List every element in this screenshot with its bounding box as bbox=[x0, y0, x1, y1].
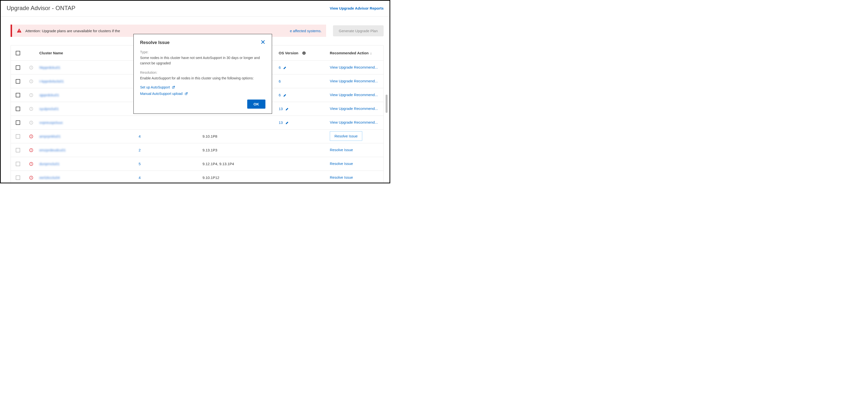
row-checkbox[interactable] bbox=[16, 79, 20, 84]
view-upgrade-recommendation-link[interactable]: View Upgrade Recommend... bbox=[330, 106, 378, 111]
row-checkbox[interactable] bbox=[16, 120, 20, 125]
cluster-name[interactable]: sjpprdcku01 bbox=[39, 93, 59, 97]
col-header-recommended-action[interactable]: Recommended Action↓ bbox=[330, 51, 383, 55]
table-row: eerlzkcclu0449.10.1P12Resolve Issue bbox=[11, 171, 383, 183]
nodes-count-link[interactable]: 4 bbox=[138, 134, 141, 138]
target-os-version: 6 bbox=[279, 93, 281, 97]
col-header-target-os[interactable]: OS Version bbox=[279, 51, 330, 55]
resolve-issue-link[interactable]: Resolve Issue bbox=[330, 148, 353, 152]
scrollbar-thumb[interactable] bbox=[385, 95, 388, 113]
view-upgrade-recommendation-link[interactable]: View Upgrade Recommend... bbox=[330, 79, 378, 83]
row-checkbox bbox=[16, 134, 20, 138]
cluster-name[interactable]: hkpprdcku01 bbox=[39, 65, 60, 69]
cluster-name[interactable]: dunprnclu01 bbox=[39, 162, 60, 166]
view-reports-link[interactable]: View Upgrade Advisor Reports bbox=[330, 6, 383, 10]
cluster-name[interactable]: emzprdeudcu01 bbox=[39, 148, 66, 152]
alert-gray-icon bbox=[29, 65, 33, 70]
target-os-version: 6 bbox=[279, 65, 281, 69]
edit-pencil-icon[interactable] bbox=[283, 66, 287, 69]
external-link-icon bbox=[172, 86, 175, 89]
current-os-version: 9.10.1P8 bbox=[203, 134, 217, 138]
page-title: Upgrade Advisor - ONTAP bbox=[7, 5, 75, 11]
table-row: emzprdeudcu0129.13.1P3Resolve Issue bbox=[11, 143, 383, 157]
type-text: Some nodes in this cluster have not sent… bbox=[140, 55, 266, 66]
alert-gray-icon bbox=[29, 120, 33, 125]
alert-gray-icon bbox=[29, 93, 33, 97]
ok-button[interactable]: OK bbox=[247, 99, 266, 108]
table-row: amprpnklu0149.10.1P8Resolve Issue bbox=[11, 129, 383, 143]
current-os-version: 9.12.1P4, 9.13.1P4 bbox=[203, 162, 234, 166]
cluster-name[interactable]: syulpnclu01 bbox=[39, 107, 59, 111]
affected-systems-link[interactable]: e affected systems. bbox=[290, 29, 322, 33]
row-checkbox bbox=[16, 148, 20, 152]
dialog-title: Resolve Issue bbox=[140, 40, 169, 45]
view-upgrade-recommendation-link[interactable]: View Upgrade Recommend... bbox=[330, 120, 378, 124]
table-row: vvpreuspcluuc13View Upgrade Recommend... bbox=[11, 116, 383, 129]
cluster-name[interactable]: amprpnklu01 bbox=[39, 134, 61, 138]
select-all-checkbox[interactable] bbox=[16, 51, 20, 55]
resolution-text: Enable AutoSupport for all nodes in this… bbox=[140, 75, 266, 81]
alert-gray-icon bbox=[29, 107, 33, 111]
close-button[interactable] bbox=[260, 39, 266, 46]
view-upgrade-recommendation-link[interactable]: View Upgrade Recommend... bbox=[330, 65, 378, 69]
attention-text: Attention: Upgrade plans are unavailable… bbox=[25, 29, 120, 33]
alert-red-icon bbox=[29, 134, 33, 138]
row-checkbox[interactable] bbox=[16, 107, 20, 111]
sort-desc-icon: ↓ bbox=[370, 51, 372, 55]
edit-pencil-icon[interactable] bbox=[283, 93, 287, 97]
cluster-name[interactable]: I-kpprdvlscls01 bbox=[39, 79, 64, 83]
resolution-label: Resolution: bbox=[140, 70, 266, 74]
setup-autosupport-link[interactable]: Set up AutoSupport bbox=[140, 85, 266, 89]
row-checkbox bbox=[16, 176, 20, 180]
warning-triangle-icon bbox=[17, 28, 22, 33]
row-checkbox[interactable] bbox=[16, 65, 20, 70]
resolve-issue-dialog: Resolve Issue Type: Some nodes in this c… bbox=[133, 34, 272, 114]
external-link-icon bbox=[185, 92, 188, 95]
alert-red-icon bbox=[29, 176, 33, 180]
type-label: Type: bbox=[140, 50, 266, 54]
current-os-version: 9.13.1P3 bbox=[203, 148, 217, 152]
cluster-name[interactable]: eerlzkcclu04 bbox=[39, 176, 60, 180]
edit-pencil-icon[interactable] bbox=[285, 121, 289, 125]
resolve-issue-link[interactable]: Resolve Issue bbox=[330, 161, 353, 166]
target-os-version: 6 bbox=[279, 79, 281, 83]
manual-autosupport-upload-link[interactable]: Manual AutoSupport upload bbox=[140, 92, 266, 96]
target-os-version: 13 bbox=[279, 107, 283, 111]
target-os-version: 13 bbox=[279, 120, 283, 125]
alert-red-icon bbox=[29, 162, 33, 166]
col-header-cluster[interactable]: Cluster Name bbox=[37, 51, 138, 55]
resolve-issue-link[interactable]: Resolve Issue bbox=[330, 175, 353, 180]
generate-upgrade-plan-button[interactable]: Generate Upgrade Plan bbox=[333, 25, 383, 36]
row-checkbox bbox=[16, 162, 20, 166]
cluster-name[interactable]: vvpreuspcluuc bbox=[39, 120, 63, 125]
resolve-issue-link[interactable]: Resolve Issue bbox=[330, 131, 362, 141]
nodes-count-link[interactable]: 5 bbox=[138, 162, 141, 166]
alert-red-icon bbox=[29, 148, 33, 152]
nodes-count-link[interactable]: 2 bbox=[138, 148, 141, 152]
table-row: dunprnclu0159.12.1P4, 9.13.1P4Resolve Is… bbox=[11, 157, 383, 171]
view-upgrade-recommendation-link[interactable]: View Upgrade Recommend... bbox=[330, 93, 378, 97]
info-icon[interactable] bbox=[302, 51, 306, 55]
current-os-version: 9.10.1P12 bbox=[203, 176, 219, 180]
alert-gray-icon bbox=[29, 79, 33, 84]
nodes-count-link[interactable]: 4 bbox=[138, 176, 141, 180]
row-checkbox[interactable] bbox=[16, 93, 20, 97]
edit-pencil-icon[interactable] bbox=[285, 107, 289, 111]
